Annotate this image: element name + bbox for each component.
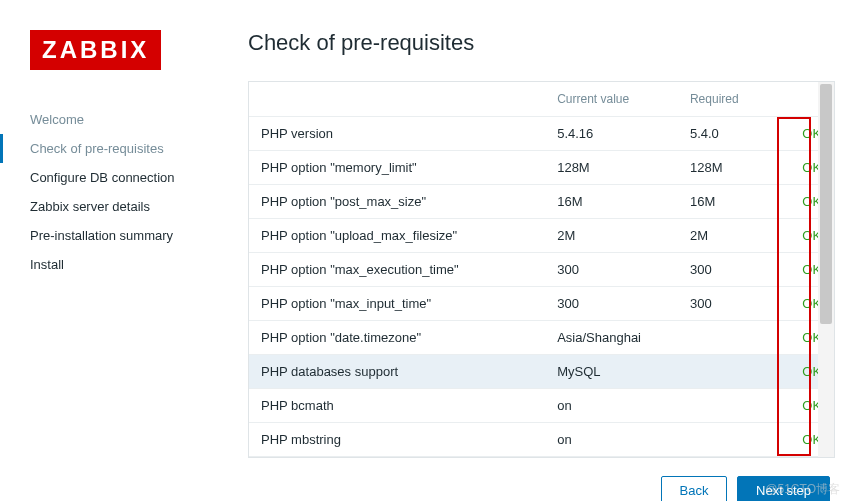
- cell-current: 16M: [545, 185, 678, 219]
- cell-required: 128M: [678, 151, 790, 185]
- cell-name: PHP version: [249, 117, 545, 151]
- cell-required: 300: [678, 287, 790, 321]
- cell-current: 128M: [545, 151, 678, 185]
- sidebar-item-db[interactable]: Configure DB connection: [30, 163, 213, 192]
- button-row: Back Next step: [248, 476, 835, 501]
- table-row: PHP bcmathonOK: [249, 389, 834, 423]
- header-required: Required: [678, 82, 790, 117]
- sidebar-item-server[interactable]: Zabbix server details: [30, 192, 213, 221]
- scrollbar[interactable]: [818, 82, 834, 457]
- sidebar-item-install[interactable]: Install: [30, 250, 213, 279]
- scrollbar-thumb[interactable]: [820, 84, 832, 324]
- table-row: PHP option "memory_limit"128M128MOK: [249, 151, 834, 185]
- back-button[interactable]: Back: [661, 476, 728, 501]
- sidebar: ZABBIX Welcome Check of pre-requisites C…: [15, 30, 233, 486]
- table-row: PHP mbstringonOK: [249, 423, 834, 457]
- cell-required: [678, 389, 790, 423]
- cell-current: 5.4.16: [545, 117, 678, 151]
- cell-current: on: [545, 389, 678, 423]
- cell-required: 5.4.0: [678, 117, 790, 151]
- table-row: PHP option "max_execution_time"300300OK: [249, 253, 834, 287]
- cell-current: 2M: [545, 219, 678, 253]
- header-name: [249, 82, 545, 117]
- zabbix-logo: ZABBIX: [30, 30, 161, 70]
- cell-required: [678, 321, 790, 355]
- sidebar-item-prerequisites[interactable]: Check of pre-requisites: [30, 134, 213, 163]
- table-row: PHP databases supportMySQLOK: [249, 355, 834, 389]
- cell-current: 300: [545, 253, 678, 287]
- cell-required: [678, 355, 790, 389]
- table-header-row: Current value Required: [249, 82, 834, 117]
- cell-current: 300: [545, 287, 678, 321]
- table-row: PHP version5.4.165.4.0OK: [249, 117, 834, 151]
- nav-list: Welcome Check of pre-requisites Configur…: [30, 105, 213, 279]
- table-row: PHP option "date.timezone"Asia/ShanghaiO…: [249, 321, 834, 355]
- cell-required: 2M: [678, 219, 790, 253]
- cell-name: PHP option "post_max_size": [249, 185, 545, 219]
- cell-name: PHP mbstring: [249, 423, 545, 457]
- watermark: @51CTO博客: [765, 481, 840, 498]
- cell-name: PHP option "max_execution_time": [249, 253, 545, 287]
- header-current: Current value: [545, 82, 678, 117]
- cell-current: MySQL: [545, 355, 678, 389]
- requirements-table: Current value Required PHP version5.4.16…: [249, 82, 834, 457]
- cell-name: PHP option "date.timezone": [249, 321, 545, 355]
- table-row: PHP option "upload_max_filesize"2M2MOK: [249, 219, 834, 253]
- cell-current: on: [545, 423, 678, 457]
- cell-name: PHP bcmath: [249, 389, 545, 423]
- main-content: Check of pre-requisites Current value Re…: [233, 30, 835, 486]
- cell-required: 300: [678, 253, 790, 287]
- page-title: Check of pre-requisites: [248, 30, 835, 56]
- cell-required: 16M: [678, 185, 790, 219]
- setup-container: ZABBIX Welcome Check of pre-requisites C…: [0, 0, 850, 501]
- cell-current: Asia/Shanghai: [545, 321, 678, 355]
- cell-name: PHP option "max_input_time": [249, 287, 545, 321]
- table-row: PHP option "max_input_time"300300OK: [249, 287, 834, 321]
- cell-name: PHP databases support: [249, 355, 545, 389]
- sidebar-item-summary[interactable]: Pre-installation summary: [30, 221, 213, 250]
- cell-name: PHP option "upload_max_filesize": [249, 219, 545, 253]
- table-row: PHP option "post_max_size"16M16MOK: [249, 185, 834, 219]
- sidebar-item-welcome[interactable]: Welcome: [30, 105, 213, 134]
- cell-name: PHP option "memory_limit": [249, 151, 545, 185]
- cell-required: [678, 423, 790, 457]
- requirements-table-wrapper: Current value Required PHP version5.4.16…: [248, 81, 835, 458]
